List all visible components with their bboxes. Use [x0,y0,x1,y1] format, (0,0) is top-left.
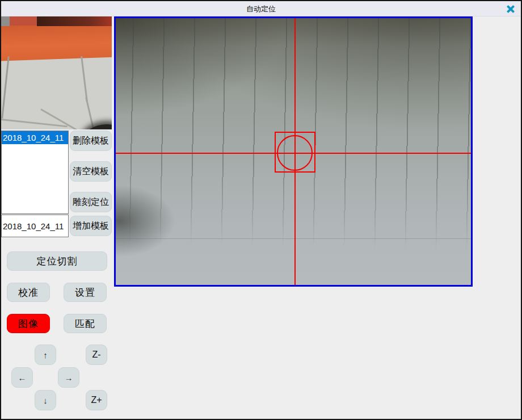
thumb-orange-beam [1,22,112,61]
template-preview-image [1,16,112,129]
jog-left-button[interactable]: ← [11,367,33,388]
delete-template-button[interactable]: 删除模板 [70,131,112,151]
thumb-orange-tab [10,16,37,26]
settings-button[interactable]: 设置 [64,283,107,302]
thumb-tile-groutline [81,56,88,102]
thumb-gray-corner [1,16,10,26]
clear-templates-button[interactable]: 清空模板 [70,161,112,182]
thumb-tile-groutline [1,56,9,119]
jog-down-button[interactable]: ↓ [35,390,56,410]
jog-right-button[interactable]: → [58,367,79,388]
match-region-circle [277,135,313,171]
jog-z-plus-button[interactable]: Z+ [86,390,107,410]
auto-position-dialog: 自动定位 2018_10_24_11 删除模板 清空模板 雕刻定位 增加模板 定… [0,0,522,420]
thumb-tile-groutline [85,97,94,129]
add-template-button[interactable]: 增加模板 [70,216,112,236]
thumb-dark-strip [37,16,112,26]
position-cut-button[interactable]: 定位切割 [7,251,107,271]
template-name-field[interactable] [1,215,69,237]
template-list[interactable]: 2018_10_24_11 [1,131,69,214]
close-icon[interactable] [505,3,516,15]
image-mode-button[interactable]: 图像 [7,314,50,333]
jog-z-minus-button[interactable]: Z- [86,345,107,365]
dialog-title: 自动定位 [1,1,521,16]
jog-up-button[interactable]: ↑ [35,345,56,365]
titlebar: 自动定位 [1,1,521,16]
template-list-item[interactable]: 2018_10_24_11 [2,131,68,144]
match-button[interactable]: 匹配 [64,314,107,333]
calibrate-button[interactable]: 校准 [7,283,50,302]
ceiling-panel-seam [116,238,471,239]
camera-view [114,16,473,287]
engrave-position-button[interactable]: 雕刻定位 [70,192,112,212]
thumb-dark-object [82,124,112,129]
